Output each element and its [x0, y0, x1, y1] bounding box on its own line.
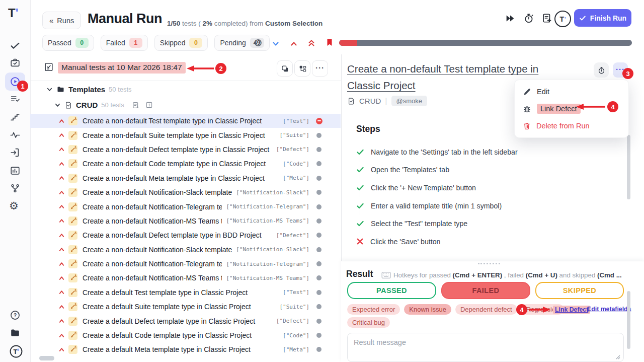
test-row[interactable]: Create a non-default Defect template typ… — [30, 228, 341, 242]
page-title: Manual Run — [88, 11, 162, 27]
collapse-icon: « — [49, 16, 53, 25]
test-title: Create a non-default Notification-Slack … — [83, 188, 232, 196]
hotkeys-hint: Hotkeys for passed (Cmd + ENTER) , faile… — [393, 271, 625, 279]
circle-status-icon[interactable] — [254, 39, 262, 47]
stopwatch-icon[interactable] — [594, 62, 609, 78]
smoke-tag[interactable]: @smoke — [391, 96, 428, 106]
test-row[interactable]: Create a non-default Meta template type … — [30, 171, 341, 185]
drag-handle[interactable] — [478, 263, 500, 264]
settings-gear-icon[interactable]: ⚙ — [9, 200, 19, 211]
test-title: Create a non-default Defect template typ… — [83, 231, 272, 239]
report-chart-icon[interactable] — [10, 165, 21, 176]
expand-all-icon[interactable] — [145, 101, 153, 109]
check-icon — [579, 15, 586, 22]
test-title: Create a non-default Notification-Slack … — [83, 246, 232, 254]
test-row[interactable]: Create a default Suite template type in … — [30, 300, 341, 314]
test-title: Create a default Suite template type in … — [83, 303, 275, 311]
test-row[interactable]: Create a non-default Test template type … — [30, 114, 341, 128]
filter-chip-passed[interactable]: Passed0 — [42, 35, 94, 51]
workspace-logo-icon[interactable]: T — [10, 345, 23, 358]
more-options-icon[interactable]: ··· — [312, 60, 328, 77]
timer-icon[interactable] — [523, 13, 534, 24]
projects-folder-icon[interactable] — [10, 327, 21, 338]
import-icon[interactable] — [10, 147, 21, 158]
test-title: Create a non-default Suite template type… — [83, 131, 275, 139]
menu-item-delete-from-run[interactable]: Delete from Run — [515, 117, 628, 134]
annotation-arrow-left — [186, 65, 214, 72]
result-scrollbar[interactable] — [627, 291, 630, 349]
result-tag[interactable]: Expected error — [347, 304, 400, 315]
test-status-dot — [315, 304, 323, 309]
fast-forward-icon[interactable] — [505, 13, 516, 24]
horizontal-scrollbar[interactable] — [39, 356, 54, 360]
priority-chevron-icon — [58, 232, 65, 239]
app-window: T' ⚙ ? T « Runs Manual Run — [0, 0, 644, 362]
test-row[interactable]: Create a default Test template type in C… — [30, 285, 341, 300]
list-check-icon[interactable] — [10, 94, 21, 105]
chevron-down-icon[interactable] — [272, 40, 280, 48]
status-pending-icon — [316, 275, 321, 280]
test-row[interactable]: Create a non-default Notification-Telegr… — [30, 199, 341, 213]
test-status-dot — [315, 190, 323, 195]
help-icon[interactable]: ? — [10, 310, 21, 321]
test-row[interactable]: Create a non-default Defect template typ… — [30, 142, 341, 157]
suite-breadcrumb[interactable]: CRUD — [359, 97, 381, 105]
test-row[interactable]: Create a default Code template type in C… — [30, 328, 341, 342]
branch-icon[interactable] — [10, 183, 21, 194]
tree-view-icon[interactable] — [294, 60, 310, 77]
tree-node-templates[interactable]: Templates 50 tests — [46, 85, 132, 94]
run-checklist-icon — [44, 62, 54, 72]
priority-chevron-icon — [58, 332, 65, 339]
test-status-dot — [315, 333, 323, 338]
resize-handle-icon[interactable] — [616, 355, 620, 359]
result-link-link-defect[interactable]: Link Defect — [553, 306, 590, 314]
folder-label: Templates — [68, 85, 105, 94]
pulse-icon[interactable] — [10, 129, 21, 140]
brand-avatar-icon[interactable]: T' — [554, 11, 571, 27]
test-row[interactable]: Create a non-default Code template type … — [30, 157, 341, 171]
filter-chip-skipped[interactable]: Skipped0 — [154, 35, 208, 51]
result-tag[interactable]: Dependent defect — [455, 304, 517, 315]
add-document-icon[interactable] — [132, 101, 140, 109]
test-row[interactable]: Create a non-default Suite template type… — [30, 128, 341, 142]
step-row: Click the 'Save' button — [356, 233, 598, 251]
result-message-input[interactable] — [347, 333, 624, 362]
result-button-failed[interactable]: FAILED — [441, 282, 530, 299]
suitcase-check-icon[interactable] — [10, 57, 21, 68]
test-tag: ["Notification-MS Teams"] — [226, 275, 309, 281]
manual-test-icon — [68, 174, 77, 183]
summary-segment: tests ( — [180, 20, 202, 27]
test-row[interactable]: Create a default Defect template type in… — [30, 314, 341, 328]
bookmark-icon[interactable] — [326, 38, 334, 46]
steps-stairs-icon[interactable] — [10, 111, 21, 122]
result-link-edit-metafields[interactable]: Edit metafields — [587, 306, 631, 313]
checks-icon[interactable] — [10, 40, 21, 51]
copy-icon[interactable] — [277, 60, 293, 77]
test-row[interactable]: Create a non-default Notification-MS Tea… — [30, 214, 341, 228]
test-row[interactable]: Create a non-default Notification-Slack … — [30, 185, 341, 199]
chevron-up-icon[interactable] — [290, 40, 298, 48]
result-button-skipped[interactable]: SKIPPED — [535, 282, 624, 299]
back-to-runs-button[interactable]: « Runs — [42, 12, 81, 29]
double-chevron-up-icon[interactable] — [307, 38, 315, 46]
add-note-icon[interactable] — [541, 13, 552, 24]
result-tag[interactable]: Known issue — [404, 304, 451, 315]
test-row[interactable]: Create a non-default Notification-Telegr… — [30, 257, 341, 271]
test-row[interactable]: Create a non-default Notification-Slack … — [30, 243, 341, 257]
status-pending-icon — [316, 333, 321, 338]
manual-test-icon — [68, 302, 77, 311]
test-row[interactable]: Create a non-default Notification-MS Tea… — [30, 271, 341, 285]
result-heading: Result — [346, 269, 373, 279]
test-row[interactable]: Create a default Meta template type in C… — [30, 342, 341, 356]
menu-item-edit[interactable]: Edit — [515, 83, 628, 100]
result-tag[interactable]: Critical bug — [347, 317, 390, 328]
result-button-passed[interactable]: PASSED — [347, 282, 436, 299]
filter-chip-failed[interactable]: Failed1 — [101, 35, 148, 51]
priority-chevron-icon — [58, 346, 65, 353]
step-text: Click the '+ New Template' button — [371, 184, 476, 192]
detail-scrollbar[interactable] — [627, 135, 630, 199]
finish-run-button[interactable]: Finish Run — [574, 9, 631, 27]
tree-node-crud[interactable]: CRUD 50 tests — [54, 101, 153, 109]
test-status-dot — [315, 147, 323, 152]
annotation-badge-4-menu: 4 — [607, 101, 618, 112]
